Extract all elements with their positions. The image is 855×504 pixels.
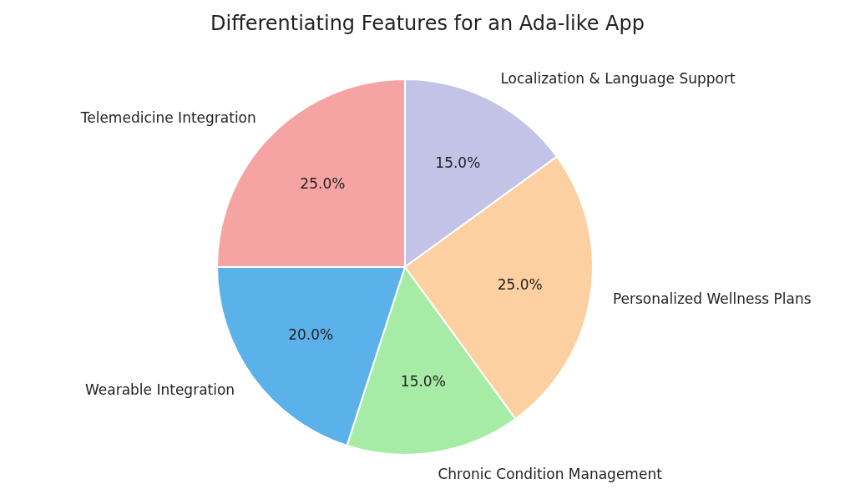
pie-chart-svg: 15.0%Localization & Language Support25.0… [0, 0, 855, 504]
slice-percent-label: 25.0% [300, 175, 345, 192]
pie-chart-container: Differentiating Features for an Ada-like… [0, 0, 855, 504]
slice-category-label: Localization & Language Support [500, 70, 736, 87]
slice-category-label: Chronic Condition Management [438, 466, 662, 482]
slice-category-label: Telemedicine Integration [80, 109, 256, 126]
slice-category-label: Wearable Integration [85, 381, 235, 398]
slice-category-label: Personalized Wellness Plans [613, 290, 812, 307]
slice-percent-label: 20.0% [288, 326, 333, 343]
pie-slice [217, 79, 405, 267]
slice-percent-label: 15.0% [401, 373, 446, 390]
slice-percent-label: 25.0% [498, 276, 543, 293]
slice-percent-label: 15.0% [435, 154, 480, 171]
